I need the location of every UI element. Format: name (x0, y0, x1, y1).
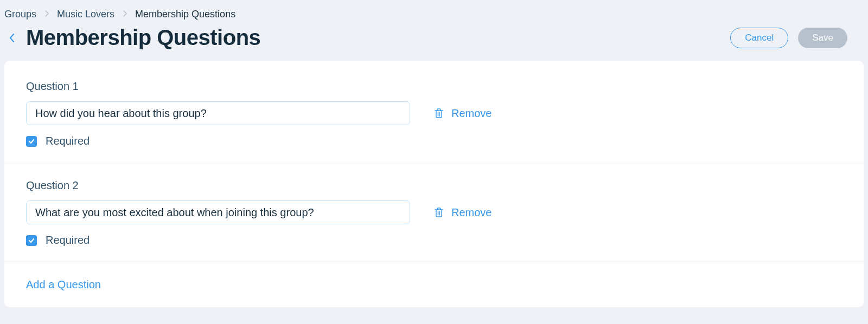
add-question-button[interactable]: Add a Question (4, 263, 864, 291)
remove-question-button[interactable]: Remove (434, 107, 492, 120)
question-heading: Question 1 (26, 80, 842, 93)
page-title: Membership Questions (26, 25, 260, 50)
trash-icon (434, 207, 444, 218)
question-input[interactable] (26, 200, 410, 224)
question-heading: Question 2 (26, 179, 842, 192)
save-button[interactable]: Save (798, 28, 847, 48)
question-block: Question 2 Remove Required (4, 164, 864, 263)
remove-label: Remove (451, 107, 492, 120)
cancel-button[interactable]: Cancel (730, 28, 788, 48)
check-icon (28, 237, 35, 244)
questions-card: Question 1 Remove Required Question 2 (4, 61, 864, 307)
question-block: Question 1 Remove Required (4, 65, 864, 164)
required-label: Required (46, 135, 90, 147)
breadcrumb: Groups Music Lovers Membership Questions (0, 0, 868, 20)
question-input[interactable] (26, 101, 410, 125)
required-checkbox[interactable] (26, 235, 37, 246)
check-icon (28, 138, 35, 145)
breadcrumb-item-group-name[interactable]: Music Lovers (57, 9, 114, 20)
chevron-left-icon (8, 32, 16, 44)
page-header: Membership Questions Cancel Save (0, 20, 868, 61)
remove-label: Remove (451, 206, 492, 219)
required-label: Required (46, 234, 90, 247)
trash-icon (434, 108, 444, 119)
breadcrumb-item-current: Membership Questions (135, 9, 235, 20)
remove-question-button[interactable]: Remove (434, 206, 492, 219)
back-button[interactable] (4, 30, 20, 46)
chevron-right-icon (44, 10, 49, 20)
chevron-right-icon (122, 10, 127, 20)
header-actions: Cancel Save (730, 28, 864, 48)
breadcrumb-item-groups[interactable]: Groups (4, 9, 36, 20)
required-checkbox[interactable] (26, 136, 37, 147)
